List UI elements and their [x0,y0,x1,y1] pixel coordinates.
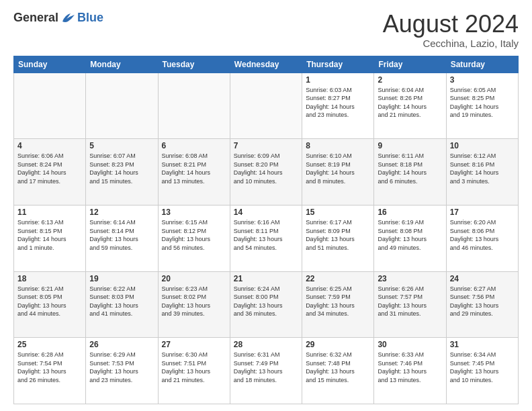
col-sunday: Sunday [14,56,86,73]
table-row: 30Sunrise: 6:33 AM Sunset: 7:46 PM Dayli… [374,338,446,404]
calendar-week-row: 4Sunrise: 6:06 AM Sunset: 8:24 PM Daylig… [14,139,519,205]
table-row: 24Sunrise: 6:27 AM Sunset: 7:56 PM Dayli… [446,271,518,338]
col-tuesday: Tuesday [158,56,230,73]
day-number: 15 [306,208,370,217]
header-row: Sunday Monday Tuesday Wednesday Thursday… [14,56,519,73]
table-row: 7Sunrise: 6:09 AM Sunset: 8:20 PM Daylig… [230,139,302,205]
day-info: Sunrise: 6:25 AM Sunset: 7:59 PM Dayligh… [306,285,370,318]
table-row: 17Sunrise: 6:20 AM Sunset: 8:06 PM Dayli… [446,205,518,271]
day-info: Sunrise: 6:23 AM Sunset: 8:02 PM Dayligh… [162,285,226,318]
day-info: Sunrise: 6:16 AM Sunset: 8:11 PM Dayligh… [234,218,298,252]
day-info: Sunrise: 6:07 AM Sunset: 8:23 PM Dayligh… [89,152,154,185]
day-number: 4 [17,141,82,150]
day-info: Sunrise: 6:04 AM Sunset: 8:26 PM Dayligh… [378,86,442,120]
table-row: 10Sunrise: 6:12 AM Sunset: 8:16 PM Dayli… [446,139,518,205]
table-row: 13Sunrise: 6:15 AM Sunset: 8:12 PM Dayli… [158,205,230,271]
day-number: 23 [378,274,442,283]
day-info: Sunrise: 6:32 AM Sunset: 7:48 PM Dayligh… [306,351,370,384]
day-number: 10 [450,141,515,150]
day-number: 19 [89,274,154,283]
table-row: 2Sunrise: 6:04 AM Sunset: 8:26 PM Daylig… [374,73,446,139]
month-title: August 2024 [383,11,519,38]
table-row: 1Sunrise: 6:03 AM Sunset: 8:27 PM Daylig… [302,73,374,139]
day-number: 3 [450,75,515,85]
calendar-table: Sunday Monday Tuesday Wednesday Thursday… [13,56,519,404]
calendar-week-row: 18Sunrise: 6:21 AM Sunset: 8:05 PM Dayli… [14,271,519,338]
day-info: Sunrise: 6:13 AM Sunset: 8:15 PM Dayligh… [17,218,82,252]
table-row: 20Sunrise: 6:23 AM Sunset: 8:02 PM Dayli… [158,271,230,338]
table-row: 15Sunrise: 6:17 AM Sunset: 8:09 PM Dayli… [302,205,374,271]
day-number: 14 [234,208,298,217]
table-row: 21Sunrise: 6:24 AM Sunset: 8:00 PM Dayli… [230,271,302,338]
table-row: 25Sunrise: 6:28 AM Sunset: 7:54 PM Dayli… [14,338,86,404]
day-info: Sunrise: 6:24 AM Sunset: 8:00 PM Dayligh… [234,285,298,318]
day-info: Sunrise: 6:17 AM Sunset: 8:09 PM Dayligh… [306,218,370,252]
table-row: 16Sunrise: 6:19 AM Sunset: 8:08 PM Dayli… [374,205,446,271]
table-row: 28Sunrise: 6:31 AM Sunset: 7:49 PM Dayli… [230,338,302,404]
day-number: 21 [234,274,298,283]
col-saturday: Saturday [446,56,518,73]
day-info: Sunrise: 6:26 AM Sunset: 7:57 PM Dayligh… [378,285,442,318]
day-number: 18 [17,274,82,283]
day-number: 12 [89,208,154,217]
day-info: Sunrise: 6:29 AM Sunset: 7:53 PM Dayligh… [89,351,154,384]
day-info: Sunrise: 6:27 AM Sunset: 7:56 PM Dayligh… [450,285,515,318]
table-row: 12Sunrise: 6:14 AM Sunset: 8:14 PM Dayli… [86,205,158,271]
day-number: 11 [17,208,82,217]
col-thursday: Thursday [302,56,374,73]
day-number: 7 [234,141,298,150]
day-info: Sunrise: 6:08 AM Sunset: 8:21 PM Dayligh… [162,152,226,185]
table-row: 3Sunrise: 6:05 AM Sunset: 8:25 PM Daylig… [446,73,518,139]
day-info: Sunrise: 6:34 AM Sunset: 7:45 PM Dayligh… [450,351,515,384]
day-info: Sunrise: 6:15 AM Sunset: 8:12 PM Dayligh… [162,218,226,252]
day-number: 9 [378,141,442,150]
header: General Blue August 2024 Cecchina, Lazio… [13,11,519,49]
day-number: 26 [89,340,154,349]
day-info: Sunrise: 6:19 AM Sunset: 8:08 PM Dayligh… [378,218,442,252]
day-info: Sunrise: 6:28 AM Sunset: 7:54 PM Dayligh… [17,351,82,384]
day-number: 8 [306,141,370,150]
table-row: 29Sunrise: 6:32 AM Sunset: 7:48 PM Dayli… [302,338,374,404]
day-number: 2 [378,75,442,85]
day-info: Sunrise: 6:12 AM Sunset: 8:16 PM Dayligh… [450,152,515,185]
day-info: Sunrise: 6:11 AM Sunset: 8:18 PM Dayligh… [378,152,442,185]
day-info: Sunrise: 6:31 AM Sunset: 7:49 PM Dayligh… [234,351,298,384]
day-info: Sunrise: 6:10 AM Sunset: 8:19 PM Dayligh… [306,152,370,185]
calendar-week-row: 11Sunrise: 6:13 AM Sunset: 8:15 PM Dayli… [14,205,519,271]
day-info: Sunrise: 6:03 AM Sunset: 8:27 PM Dayligh… [306,86,370,120]
table-row [158,73,230,139]
calendar-week-row: 1Sunrise: 6:03 AM Sunset: 8:27 PM Daylig… [14,73,519,139]
day-number: 6 [162,141,226,150]
table-row [14,73,86,139]
title-area: August 2024 Cecchina, Lazio, Italy [383,11,519,49]
day-number: 13 [162,208,226,217]
table-row: 18Sunrise: 6:21 AM Sunset: 8:05 PM Dayli… [14,271,86,338]
day-number: 29 [306,340,370,349]
table-row: 31Sunrise: 6:34 AM Sunset: 7:45 PM Dayli… [446,338,518,404]
table-row: 5Sunrise: 6:07 AM Sunset: 8:23 PM Daylig… [86,139,158,205]
table-row: 27Sunrise: 6:30 AM Sunset: 7:51 PM Dayli… [158,338,230,404]
logo-bird-icon [61,12,76,24]
day-info: Sunrise: 6:06 AM Sunset: 8:24 PM Dayligh… [17,152,82,185]
col-friday: Friday [374,56,446,73]
day-number: 16 [378,208,442,217]
day-info: Sunrise: 6:20 AM Sunset: 8:06 PM Dayligh… [450,218,515,252]
table-row: 11Sunrise: 6:13 AM Sunset: 8:15 PM Dayli… [14,205,86,271]
day-number: 5 [89,141,154,150]
logo: General Blue [13,11,103,25]
location-subtitle: Cecchina, Lazio, Italy [383,38,519,49]
table-row: 4Sunrise: 6:06 AM Sunset: 8:24 PM Daylig… [14,139,86,205]
table-row: 9Sunrise: 6:11 AM Sunset: 8:18 PM Daylig… [374,139,446,205]
col-wednesday: Wednesday [230,56,302,73]
day-number: 20 [162,274,226,283]
day-info: Sunrise: 6:21 AM Sunset: 8:05 PM Dayligh… [17,285,82,318]
day-info: Sunrise: 6:22 AM Sunset: 8:03 PM Dayligh… [89,285,154,318]
page: General Blue August 2024 Cecchina, Lazio… [0,0,532,411]
day-number: 24 [450,274,515,283]
day-number: 31 [450,340,515,349]
day-number: 1 [306,75,370,85]
table-row: 26Sunrise: 6:29 AM Sunset: 7:53 PM Dayli… [86,338,158,404]
day-info: Sunrise: 6:14 AM Sunset: 8:14 PM Dayligh… [89,218,154,252]
table-row: 19Sunrise: 6:22 AM Sunset: 8:03 PM Dayli… [86,271,158,338]
day-info: Sunrise: 6:09 AM Sunset: 8:20 PM Dayligh… [234,152,298,185]
